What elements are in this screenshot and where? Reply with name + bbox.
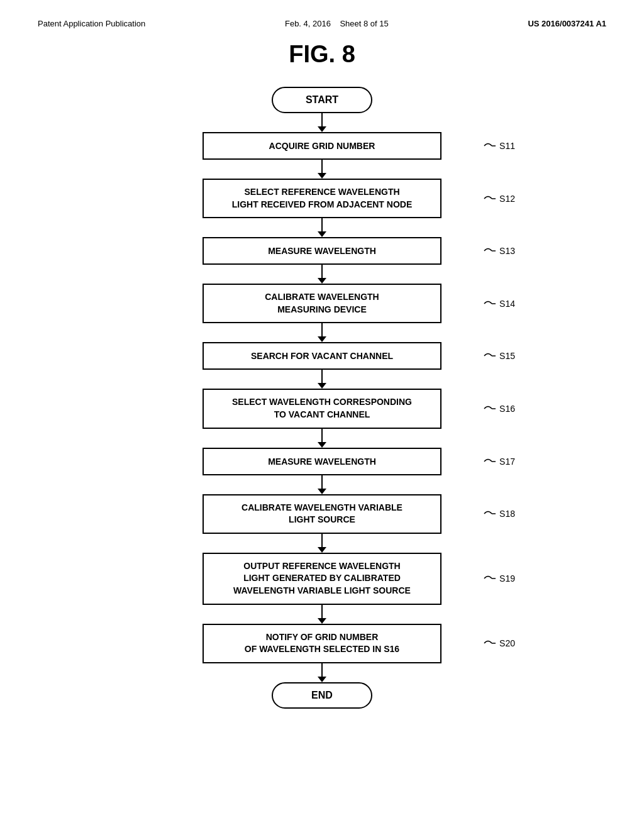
process-s19: OUTPUT REFERENCE WAVELENGTH LIGHT GENERA…: [203, 553, 441, 605]
header-center: Feb. 4, 2016 Sheet 8 of 15: [285, 19, 389, 28]
step-num-s19: S19: [499, 573, 515, 584]
end-shape: END: [272, 682, 372, 709]
step-num-s15: S15: [499, 351, 515, 361]
step-s16-text: SELECT WAVELENGTH CORRESPONDING TO VACAN…: [232, 396, 412, 421]
step-label-s17: S17: [483, 456, 515, 467]
step-row-s13: MEASURE WAVELENGTH S13: [38, 237, 606, 265]
arrow-0: [318, 113, 326, 132]
start-label: START: [306, 94, 338, 105]
step-label-s11: S11: [483, 140, 515, 152]
step-row-s20: NOTIFY OF GRID NUMBER OF WAVELENGTH SELE…: [38, 624, 606, 663]
step-icon-s18: [483, 508, 497, 519]
step-row-s11: ACQUIRE GRID NUMBER S11: [38, 132, 606, 160]
process-s11: ACQUIRE GRID NUMBER: [203, 132, 441, 160]
patent-number: US 2016/0037241 A1: [528, 19, 606, 28]
start-shape: START: [272, 87, 372, 113]
step-label-s16: S16: [483, 403, 515, 414]
step-num-s18: S18: [499, 509, 515, 519]
step-label-s18: S18: [483, 508, 515, 519]
header-right: US 2016/0037241 A1: [528, 19, 606, 28]
step-row-s14: CALIBRATE WAVELENGTH MEASURING DEVICE S1…: [38, 284, 606, 323]
step-label-s20: S20: [483, 638, 515, 649]
step-s18-text: CALIBRATE WAVELENGTH VARIABLE LIGHT SOUR…: [242, 502, 402, 526]
step-s12-text: SELECT REFERENCE WAVELENGTH LIGHT RECEIV…: [232, 186, 413, 211]
step-row-s19: OUTPUT REFERENCE WAVELENGTH LIGHT GENERA…: [38, 553, 606, 605]
arrow-2: [318, 218, 326, 237]
step-s11-text: ACQUIRE GRID NUMBER: [269, 141, 375, 151]
process-s17: MEASURE WAVELENGTH: [203, 448, 441, 475]
end-label: END: [311, 690, 333, 700]
process-s12: SELECT REFERENCE WAVELENGTH LIGHT RECEIV…: [203, 179, 441, 218]
step-icon-s11: [483, 140, 497, 152]
sheet-info: Sheet 8 of 15: [340, 19, 388, 28]
step-icon-s19: [483, 573, 497, 584]
process-s20: NOTIFY OF GRID NUMBER OF WAVELENGTH SELE…: [203, 624, 441, 663]
step-label-s19: S19: [483, 573, 515, 584]
step-s14-text: CALIBRATE WAVELENGTH MEASURING DEVICE: [265, 291, 379, 316]
step-icon-s14: [483, 298, 497, 309]
step-num-s13: S13: [499, 246, 515, 256]
step-num-s20: S20: [499, 638, 515, 648]
step-icon-s13: [483, 245, 497, 257]
figure-title: FIG. 8: [38, 41, 606, 68]
arrow-9: [318, 605, 326, 624]
step-label-s14: S14: [483, 298, 515, 309]
step-num-s17: S17: [499, 456, 515, 467]
header-left: Patent Application Publication: [38, 19, 145, 28]
step-s17-text: MEASURE WAVELENGTH: [268, 456, 376, 467]
process-s18: CALIBRATE WAVELENGTH VARIABLE LIGHT SOUR…: [203, 494, 441, 534]
step-row-s16: SELECT WAVELENGTH CORRESPONDING TO VACAN…: [38, 389, 606, 428]
step-s15-text: SEARCH FOR VACANT CHANNEL: [251, 351, 393, 361]
step-num-s11: S11: [499, 141, 515, 151]
publication-label: Patent Application Publication: [38, 19, 145, 28]
step-s13-text: MEASURE WAVELENGTH: [268, 246, 376, 256]
arrow-4: [318, 323, 326, 342]
arrow-6: [318, 429, 326, 448]
flowchart: START ACQUIRE GRID NUMBER S11 SELECT REF…: [38, 87, 606, 709]
step-row-s15: SEARCH FOR VACANT CHANNEL S15: [38, 342, 606, 370]
step-row-s18: CALIBRATE WAVELENGTH VARIABLE LIGHT SOUR…: [38, 494, 606, 534]
page: Patent Application Publication Feb. 4, 2…: [0, 0, 644, 830]
pub-date: Feb. 4, 2016: [285, 19, 331, 28]
arrow-5: [318, 370, 326, 389]
arrow-3: [318, 265, 326, 284]
process-s14: CALIBRATE WAVELENGTH MEASURING DEVICE: [203, 284, 441, 323]
step-s20-text: NOTIFY OF GRID NUMBER OF WAVELENGTH SELE…: [245, 631, 399, 656]
process-s13: MEASURE WAVELENGTH: [203, 237, 441, 265]
step-label-s15: S15: [483, 350, 515, 362]
step-s19-text: OUTPUT REFERENCE WAVELENGTH LIGHT GENERA…: [233, 560, 411, 597]
step-icon-s15: [483, 350, 497, 362]
arrow-8: [318, 534, 326, 553]
step-num-s12: S12: [499, 194, 515, 204]
step-icon-s16: [483, 403, 497, 414]
step-num-s14: S14: [499, 299, 515, 309]
step-label-s12: S12: [483, 193, 515, 204]
step-num-s16: S16: [499, 404, 515, 414]
step-label-s13: S13: [483, 245, 515, 257]
step-icon-s20: [483, 638, 497, 649]
process-s16: SELECT WAVELENGTH CORRESPONDING TO VACAN…: [203, 389, 441, 428]
process-s15: SEARCH FOR VACANT CHANNEL: [203, 342, 441, 370]
step-icon-s17: [483, 456, 497, 467]
arrow-7: [318, 475, 326, 494]
header: Patent Application Publication Feb. 4, 2…: [38, 19, 606, 28]
arrow-10: [318, 663, 326, 682]
step-icon-s12: [483, 193, 497, 204]
arrow-1: [318, 160, 326, 179]
step-row-s17: MEASURE WAVELENGTH S17: [38, 448, 606, 475]
step-row-s12: SELECT REFERENCE WAVELENGTH LIGHT RECEIV…: [38, 179, 606, 218]
